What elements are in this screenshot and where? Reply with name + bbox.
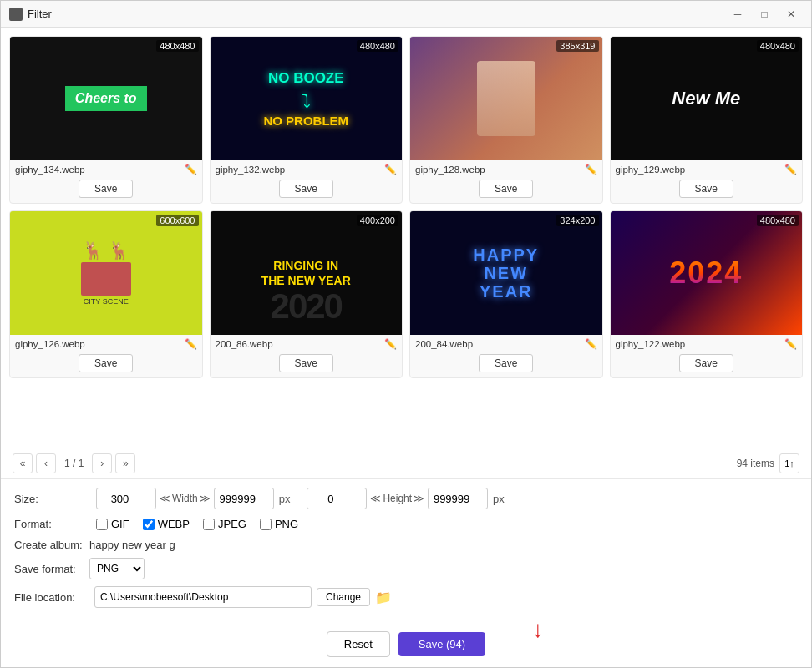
format-webp[interactable]: WEBP	[143, 518, 190, 530]
list-item: NO BOOZE ⤵ NO PROBLEM 480x480 giphy_132.…	[210, 36, 403, 204]
format-label: Format:	[14, 518, 89, 530]
thumbnail-1[interactable]: Cheers to 480x480	[10, 37, 202, 160]
edit-icon[interactable]: ✏️	[784, 338, 797, 350]
save-button[interactable]: Save	[79, 354, 133, 372]
size-badge: 480x480	[757, 215, 799, 226]
save-format-row: Save format: PNG JPEG WEBP GIF	[14, 558, 798, 579]
title-bar-left: Filter	[9, 8, 52, 21]
next-page-button[interactable]: ›	[92, 453, 112, 473]
album-value: happy new year g	[89, 539, 175, 551]
list-item: 385x319 giphy_128.webp ✏️ Save	[409, 36, 603, 204]
gallery-info: giphy_132.webp ✏️	[211, 160, 403, 177]
format-png[interactable]: PNG	[260, 518, 298, 530]
list-item: 🦌 🦌 CITY SCENE 600x600 giphy_126.webp ✏️…	[9, 210, 203, 378]
width-input[interactable]	[96, 488, 156, 509]
list-item: New Me 480x480 giphy_129.webp ✏️ Save	[610, 36, 804, 204]
arrow-indicator: ↓	[532, 616, 544, 643]
filename: giphy_129.webp	[616, 164, 686, 175]
save-all-button[interactable]: Save (94)	[398, 632, 485, 656]
filename: 200_84.webp	[415, 339, 473, 349]
edit-icon[interactable]: ✏️	[784, 164, 797, 175]
width-arrows: ≪ Width ≫	[160, 493, 211, 504]
gif-checkbox[interactable]	[96, 519, 108, 530]
gallery-info: 200_84.webp ✏️	[410, 335, 602, 352]
sort-button[interactable]: 1↑	[779, 453, 799, 473]
minimize-button[interactable]: ─	[726, 6, 749, 23]
save-button[interactable]: Save	[479, 354, 533, 372]
gallery-info: giphy_122.webp ✏️	[611, 335, 803, 352]
size-badge: 480x480	[156, 40, 198, 52]
size-label: Size:	[14, 493, 89, 505]
filename: giphy_122.webp	[616, 339, 686, 349]
filename: giphy_128.webp	[415, 164, 485, 175]
prev-page-button[interactable]: ‹	[36, 453, 56, 473]
maximize-button[interactable]: □	[753, 6, 776, 23]
reset-button[interactable]: Reset	[327, 631, 390, 657]
gallery-info: giphy_126.webp ✏️	[10, 335, 202, 352]
save-button[interactable]: Save	[479, 180, 533, 198]
main-window: Filter ─ □ ✕ Cheers to 480x480 giphy_134…	[0, 0, 812, 668]
save-format-label: Save format:	[14, 563, 89, 575]
save-button[interactable]: Save	[279, 180, 333, 198]
webp-checkbox[interactable]	[143, 519, 155, 530]
thumbnail-7[interactable]: HAPPYNEWYEAR 324x200	[410, 211, 602, 335]
thumbnail-5[interactable]: 🦌 🦌 CITY SCENE 600x600	[10, 211, 202, 335]
size-badge: 600x600	[156, 215, 198, 226]
bottom-actions: ↓ Reset Save (94)	[1, 625, 811, 667]
height-max-input[interactable]	[428, 488, 488, 509]
list-item: Cheers to 480x480 giphy_134.webp ✏️ Save	[9, 36, 203, 204]
format-jpeg[interactable]: JPEG	[203, 518, 246, 530]
save-button[interactable]: Save	[679, 180, 733, 198]
thumbnail-4[interactable]: New Me 480x480	[611, 37, 803, 160]
change-button[interactable]: Change	[317, 588, 370, 606]
height-input[interactable]	[307, 488, 367, 509]
file-location-row: File location: Change 📁	[14, 586, 798, 608]
list-item: 2020 RINGING INTHE NEW YEAR 400x200 200_…	[210, 210, 403, 378]
folder-icon[interactable]: 📁	[375, 590, 392, 605]
save-button[interactable]: Save	[79, 180, 133, 198]
album-row: Create album: happy new year g	[14, 539, 798, 551]
gallery-grid: Cheers to 480x480 giphy_134.webp ✏️ Save…	[9, 36, 803, 378]
filter-controls: Size: ≪ Width ≫ px ≪ Height ≫ px Format:	[1, 478, 811, 625]
save-button[interactable]: Save	[279, 354, 333, 372]
list-item: HAPPYNEWYEAR 324x200 200_84.webp ✏️ Save	[409, 210, 603, 378]
edit-icon[interactable]: ✏️	[585, 164, 597, 175]
thumbnail-2[interactable]: NO BOOZE ⤵ NO PROBLEM 480x480	[211, 37, 403, 160]
close-button[interactable]: ✕	[779, 6, 803, 23]
gif-label: GIF	[111, 518, 129, 530]
gallery-info: giphy_129.webp ✏️	[611, 160, 803, 177]
png-checkbox[interactable]	[260, 519, 272, 530]
edit-icon[interactable]: ✏️	[384, 164, 397, 175]
width-unit: px	[279, 493, 291, 505]
size-badge: 324x200	[556, 215, 598, 226]
title-bar: Filter ─ □ ✕	[1, 1, 811, 28]
file-path-input[interactable]	[94, 586, 312, 608]
width-max-input[interactable]	[214, 488, 274, 509]
thumbnail-8[interactable]: 2024 480x480	[611, 211, 803, 335]
album-label: Create album:	[14, 539, 89, 551]
size-badge: 480x480	[357, 40, 398, 52]
edit-icon[interactable]: ✏️	[585, 338, 597, 350]
format-row: Format: GIF WEBP JPEG	[14, 518, 798, 530]
last-page-button[interactable]: »	[115, 453, 135, 473]
pagination-controls: « ‹ 1 / 1 › »	[13, 453, 135, 473]
thumbnail-6[interactable]: 2020 RINGING INTHE NEW YEAR 400x200	[211, 211, 403, 335]
save-button[interactable]: Save	[679, 354, 733, 372]
first-page-button[interactable]: «	[13, 453, 33, 473]
items-count: 94 items	[737, 458, 774, 469]
height-control: ≪ Height ≫ px	[307, 488, 504, 509]
size-row: Size: ≪ Width ≫ px ≪ Height ≫ px	[14, 488, 798, 509]
jpeg-checkbox[interactable]	[203, 519, 215, 530]
format-gif[interactable]: GIF	[96, 518, 129, 530]
title-bar-controls: ─ □ ✕	[726, 6, 803, 23]
edit-icon[interactable]: ✏️	[185, 164, 197, 175]
edit-icon[interactable]: ✏️	[185, 338, 197, 350]
edit-icon[interactable]: ✏️	[384, 338, 397, 350]
height-unit: px	[493, 493, 505, 505]
gallery-info: giphy_128.webp ✏️	[410, 160, 602, 177]
filename: giphy_134.webp	[15, 164, 85, 175]
thumbnail-3[interactable]: 385x319	[410, 37, 602, 160]
filename: 200_86.webp	[216, 339, 273, 349]
content-area: Cheers to 480x480 giphy_134.webp ✏️ Save…	[1, 28, 811, 667]
save-format-select[interactable]: PNG JPEG WEBP GIF	[89, 558, 145, 579]
